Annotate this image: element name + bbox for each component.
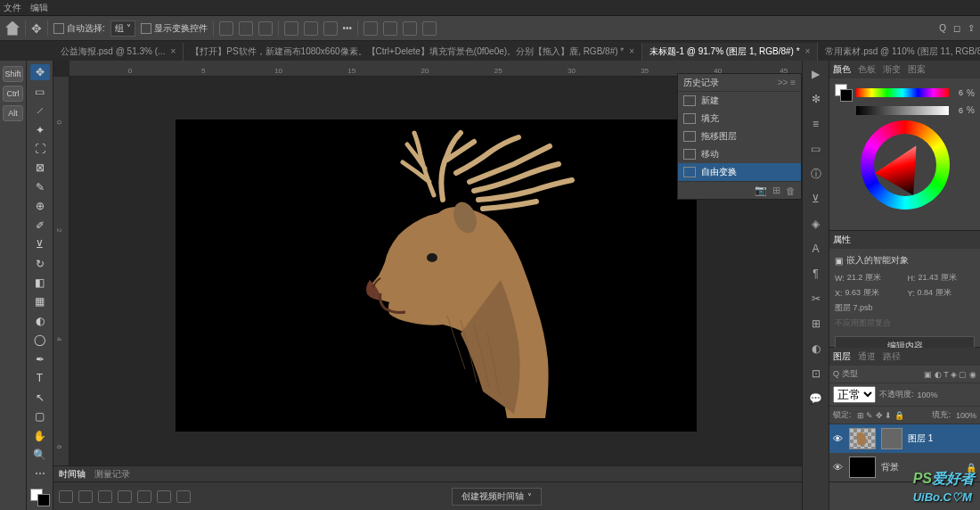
paths-tab[interactable]: 路径 xyxy=(883,350,901,363)
eraser-tool[interactable]: ◧ xyxy=(30,275,50,291)
audio-icon[interactable] xyxy=(137,490,151,503)
blur-tool[interactable]: ◐ xyxy=(30,313,50,329)
prev-frame-icon[interactable] xyxy=(78,490,93,503)
layer-name[interactable]: 图层 1 xyxy=(908,432,933,445)
auto-select-dropdown[interactable]: 组 ˅ xyxy=(110,21,135,37)
search-icon[interactable]: Q xyxy=(939,23,946,33)
hand-tool[interactable]: ✋ xyxy=(30,427,50,443)
healing-tool[interactable]: ⊕ xyxy=(30,198,50,214)
doc-tab[interactable]: 【打开】PS软件，新建画布1080x660像素。【Ctrl+Delete】填充背… xyxy=(184,43,642,61)
play-icon[interactable] xyxy=(98,490,112,503)
ruler-vertical[interactable]: 0246 xyxy=(53,77,69,510)
color-wheel[interactable] xyxy=(861,120,950,210)
path-tool[interactable]: ↖ xyxy=(30,389,50,405)
history-item[interactable]: 移动 xyxy=(678,145,801,163)
auto-select-checkbox[interactable]: 自动选择: xyxy=(53,22,105,35)
first-frame-icon[interactable] xyxy=(59,490,73,503)
color-tab[interactable]: 颜色 xyxy=(833,63,851,76)
para-icon[interactable]: ¶ xyxy=(808,266,824,282)
gradient-tool[interactable]: ▦ xyxy=(30,293,50,309)
lasso-tool[interactable]: ⟋ xyxy=(30,103,50,119)
show-transform-checkbox[interactable]: 显示变换控件 xyxy=(141,22,208,35)
type-tool[interactable]: T xyxy=(30,370,50,386)
create-timeline-button[interactable]: 创建视频时间轴˅ xyxy=(452,488,542,506)
history-item[interactable]: 新建 xyxy=(678,92,801,110)
align-icon[interactable] xyxy=(323,21,338,36)
distribute-icon[interactable] xyxy=(403,21,417,36)
navigator-icon[interactable]: ◈ xyxy=(808,216,824,232)
lock-icons[interactable]: ⊞ ✎ ✥ ⬇ 🔒 xyxy=(857,411,904,420)
trash-icon[interactable]: 🗑 xyxy=(786,185,796,196)
align-icon[interactable] xyxy=(219,21,233,36)
visibility-icon[interactable]: 👁 xyxy=(833,462,844,473)
properties-tab[interactable]: 属性 xyxy=(833,234,851,246)
split-icon[interactable] xyxy=(157,490,171,503)
brush-tool[interactable]: ✐ xyxy=(30,218,50,234)
filter-type[interactable]: Q 类型 xyxy=(833,368,858,380)
move-tool[interactable]: ✥ xyxy=(30,64,50,80)
layers-tab[interactable]: 图层 xyxy=(833,350,851,363)
patterns-tab[interactable]: 图案 xyxy=(908,63,926,76)
home-icon[interactable] xyxy=(5,21,20,36)
align-icon[interactable] xyxy=(239,21,253,36)
color-swatches[interactable] xyxy=(30,489,50,506)
marquee-tool[interactable]: ▭ xyxy=(30,83,50,99)
frame-tool[interactable]: ⊠ xyxy=(30,160,50,176)
close-icon[interactable]: × xyxy=(170,46,176,56)
layer-thumbnail[interactable] xyxy=(849,428,876,449)
alt-key[interactable]: Alt xyxy=(3,105,23,121)
eyedropper-tool[interactable]: ✎ xyxy=(30,179,50,195)
char-icon[interactable]: A xyxy=(808,241,824,257)
layer-mask[interactable] xyxy=(881,428,902,449)
camera-icon[interactable]: 📷 xyxy=(755,185,767,196)
timeline-tab[interactable]: 时间轴 xyxy=(59,468,86,481)
x-field[interactable]: X: 9.63 厘米 xyxy=(835,287,902,299)
close-icon[interactable]: × xyxy=(629,46,634,56)
menu-edit[interactable]: 编辑 xyxy=(30,2,48,14)
y-field[interactable]: Y: 0.84 厘米 xyxy=(908,287,976,299)
measure-tab[interactable]: 测量记录 xyxy=(94,468,130,481)
panel-menu-icon[interactable]: >> ≡ xyxy=(778,78,796,87)
menu-file[interactable]: 文件 xyxy=(4,2,21,14)
doc-tab[interactable]: 公益海报.psd @ 51.3% (...× xyxy=(53,43,184,61)
height-field[interactable]: H: 21.43 厘米 xyxy=(908,272,976,284)
opacity-value[interactable]: 100% xyxy=(918,391,938,399)
play-icon[interactable]: ▶ xyxy=(808,66,824,82)
blend-mode-dropdown[interactable]: 正常 xyxy=(833,386,876,403)
history-item[interactable]: 填充 xyxy=(678,110,801,128)
edit-toolbar[interactable]: ⋯ xyxy=(30,465,50,481)
fg-bg-swatch[interactable] xyxy=(835,84,853,102)
adjustments-icon[interactable]: ◐ xyxy=(808,341,824,357)
swatches-icon[interactable]: ⊞ xyxy=(808,316,824,332)
next-frame-icon[interactable] xyxy=(118,490,132,503)
zoom-tool[interactable]: 🔍 xyxy=(30,447,50,463)
history-item[interactable]: 拖移图层 xyxy=(678,128,801,145)
channels-tab[interactable]: 通道 xyxy=(858,350,876,363)
filter-icons[interactable]: ▣ ◐ T ◈ ▢ ◉ xyxy=(924,370,976,379)
doc-tab-active[interactable]: 未标题-1 @ 91.7% (图层 1, RGB/8#) *× xyxy=(642,43,818,61)
info-icon[interactable]: ⓘ xyxy=(808,166,824,182)
visibility-icon[interactable]: 👁 xyxy=(833,433,844,444)
history-icon[interactable]: ▭ xyxy=(808,141,824,157)
layer-name[interactable]: 背景 xyxy=(881,461,899,473)
distribute-icon[interactable] xyxy=(383,21,397,36)
hue-slider[interactable] xyxy=(856,88,949,97)
layer-thumbnail[interactable] xyxy=(849,457,876,478)
layer-item-selected[interactable]: 👁 图层 1 xyxy=(829,424,980,453)
brushes-icon[interactable]: ≡ xyxy=(808,116,824,132)
comments-icon[interactable]: 💬 xyxy=(808,391,824,407)
doc-tab[interactable]: 常用素材.psd @ 110% (图层 11, RGB/8#)× xyxy=(818,43,980,61)
history-item-selected[interactable]: 自由变换 xyxy=(678,163,801,181)
scissors-icon[interactable]: ✂ xyxy=(808,291,824,307)
shape-tool[interactable]: ▢ xyxy=(30,408,50,424)
swatches-tab[interactable]: 色板 xyxy=(858,63,876,76)
canvas[interactable] xyxy=(176,119,697,432)
share-icon[interactable]: ⇪ xyxy=(968,23,975,33)
history-brush-tool[interactable]: ↻ xyxy=(30,255,50,271)
transition-icon[interactable] xyxy=(176,490,191,503)
gradients-tab[interactable]: 渐变 xyxy=(883,63,901,76)
width-field[interactable]: W: 21.2 厘米 xyxy=(835,272,902,284)
close-icon[interactable]: × xyxy=(805,46,811,56)
workspace-icon[interactable]: ◻ xyxy=(953,23,960,33)
distribute-icon[interactable] xyxy=(422,21,437,36)
